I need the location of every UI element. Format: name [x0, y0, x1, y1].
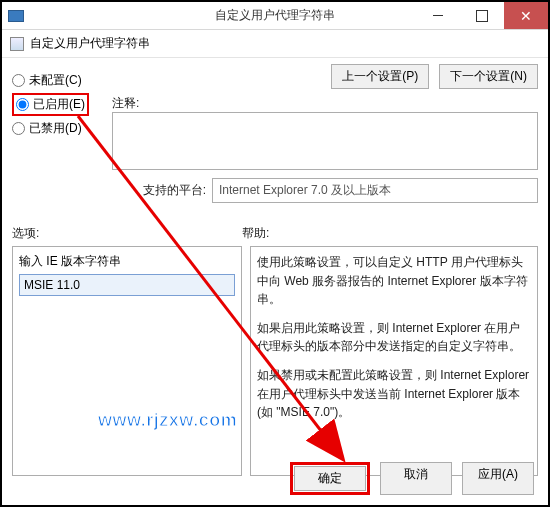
lower-panels: 输入 IE 版本字符串 使用此策略设置，可以自定义 HTTP 用户代理标头中向 … [12, 246, 538, 476]
radio-not-configured-input[interactable] [12, 74, 25, 87]
app-icon [8, 10, 24, 22]
help-text-2: 如果启用此策略设置，则 Internet Explorer 在用户代理标头的版本… [257, 319, 531, 356]
ua-input-label: 输入 IE 版本字符串 [19, 253, 235, 270]
help-text-1: 使用此策略设置，可以自定义 HTTP 用户代理标头中向 Web 服务器报告的 I… [257, 253, 531, 309]
sub-header: 自定义用户代理字符串 [2, 30, 548, 58]
window-title: 自定义用户代理字符串 [215, 7, 335, 24]
radio-group: 未配置(C) 已启用(E) 已禁用(D) [12, 64, 112, 203]
radio-not-configured[interactable]: 未配置(C) [12, 72, 112, 89]
radio-disabled-label: 已禁用(D) [29, 120, 82, 137]
radio-enabled[interactable]: 已启用(E) [16, 96, 85, 113]
minimize-button[interactable] [416, 2, 460, 29]
watermark-text: www.rjzxw.com [98, 410, 237, 431]
radio-enabled-label: 已启用(E) [33, 96, 85, 113]
enabled-highlight: 已启用(E) [12, 93, 89, 116]
window-controls: ✕ [416, 2, 548, 29]
window-frame: 自定义用户代理字符串 ✕ 自定义用户代理字符串 未配置(C) 已启用(E) [0, 0, 550, 507]
options-label: 选项: [12, 225, 242, 242]
ok-button[interactable]: 确定 [294, 466, 366, 491]
sub-header-title: 自定义用户代理字符串 [30, 35, 150, 52]
ok-highlight: 确定 [290, 462, 370, 495]
platform-row: 支持的平台: Internet Explorer 7.0 及以上版本 [112, 178, 538, 203]
radio-not-configured-label: 未配置(C) [29, 72, 82, 89]
dialog-buttons: 确定 取消 应用(A) [290, 462, 534, 495]
title-bar: 自定义用户代理字符串 ✕ [2, 2, 548, 30]
ua-string-input[interactable] [19, 274, 235, 296]
maximize-button[interactable] [460, 2, 504, 29]
platform-label: 支持的平台: [112, 182, 212, 199]
radio-enabled-input[interactable] [16, 98, 29, 111]
top-right: 上一个设置(P) 下一个设置(N) 注释: 支持的平台: Internet Ex… [112, 64, 538, 203]
platform-field: Internet Explorer 7.0 及以上版本 [212, 178, 538, 203]
help-text-3: 如果禁用或未配置此策略设置，则 Internet Explorer 在用户代理标… [257, 366, 531, 422]
radio-disabled[interactable]: 已禁用(D) [12, 120, 112, 137]
options-panel: 输入 IE 版本字符串 [12, 246, 242, 476]
help-label: 帮助: [242, 225, 538, 242]
cancel-button[interactable]: 取消 [380, 462, 452, 495]
section-labels: 选项: 帮助: [12, 225, 538, 242]
comment-label: 注释: [112, 95, 538, 112]
comment-textarea[interactable] [112, 112, 538, 170]
prev-setting-button[interactable]: 上一个设置(P) [331, 64, 429, 89]
nav-buttons: 上一个设置(P) 下一个设置(N) [112, 64, 538, 89]
policy-icon [10, 37, 24, 51]
next-setting-button[interactable]: 下一个设置(N) [439, 64, 538, 89]
content-area: 未配置(C) 已启用(E) 已禁用(D) 上一个设置(P) 下一个设置(N) [2, 58, 548, 505]
close-button[interactable]: ✕ [504, 2, 548, 29]
help-panel: 使用此策略设置，可以自定义 HTTP 用户代理标头中向 Web 服务器报告的 I… [250, 246, 538, 476]
radio-disabled-input[interactable] [12, 122, 25, 135]
apply-button[interactable]: 应用(A) [462, 462, 534, 495]
top-row: 未配置(C) 已启用(E) 已禁用(D) 上一个设置(P) 下一个设置(N) [12, 64, 538, 203]
